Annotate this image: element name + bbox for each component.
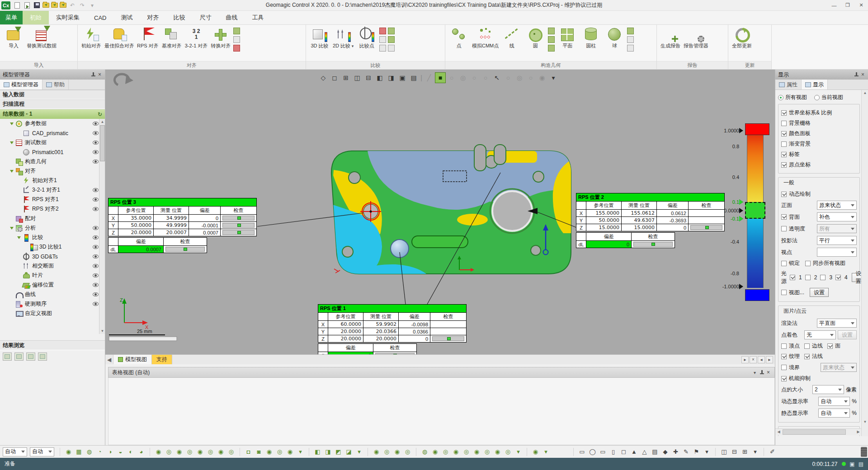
线-button[interactable]: 线 [501,27,522,49]
view-iso-icon[interactable]: ◐ [126,447,136,456]
current-view-radio[interactable] [814,95,820,100]
top-slot-1[interactable] [474,145,486,171]
shape-flag-icon[interactable]: ⚑ [692,447,701,456]
替换测试数据-button[interactable]: 替换测试数据 [27,27,57,49]
torus-shape-icon[interactable] [627,36,634,43]
viewpoint-select[interactable] [817,248,857,257]
shade-mode-3-icon[interactable]: ◉ [175,447,184,456]
颜色面板-checkbox[interactable] [781,131,787,136]
probe-9-icon[interactable]: ◎ [503,447,513,456]
shape-more-icon[interactable]: ▾ [702,447,712,456]
colorbar-arrow[interactable] [739,216,746,221]
split-vertical-icon[interactable]: ⊟ [363,72,374,83]
circle-mode-6-icon[interactable]: ◎ [514,72,525,83]
point-size-select[interactable]: 2 [812,385,844,394]
tree-item-硬测顺序[interactable]: 硬测顺序 [0,299,105,309]
colorbar-arrow[interactable] [739,208,746,213]
shape-rect2-icon[interactable]: ▭ [598,447,608,456]
vertical-scrollbar[interactable]: ▲ ▼ [861,90,868,436]
shade-mode-5-icon[interactable]: ◉ [195,447,205,456]
scroll-right-arrow[interactable]: ▶ [855,429,862,435]
pane-right-icon[interactable]: ◨ [386,72,396,83]
probe-4-icon[interactable]: ◉ [451,447,461,456]
collapse-icon[interactable]: ▾ [754,370,756,375]
maximize-button[interactable]: ❐ [841,0,854,10]
refresh-icon[interactable]: ↻ [98,111,102,118]
tab-scroll-right[interactable]: ▸ [741,356,749,363]
back-select[interactable]: 补色 [817,212,857,221]
pane-left-icon[interactable]: ◧ [374,72,385,83]
tool-d-icon[interactable]: ◎ [403,447,412,456]
clip-2-icon[interactable]: ◨ [323,447,333,456]
visibility-eye-icon[interactable] [93,197,99,202]
probe-6-icon[interactable]: ◉ [472,447,481,456]
panel-tab-帮助[interactable]: 帮助 [42,80,69,89]
cube-select-icon[interactable]: ◻ [329,72,340,83]
报告管理器-button[interactable]: 报告管理器 [684,27,708,49]
misc-2-icon[interactable]: ▾ [541,447,551,456]
polygon-select-icon[interactable]: ◇ [318,72,329,83]
clip-more-icon[interactable]: ▾ [354,447,364,456]
clip-1-icon[interactable]: ◧ [313,447,322,456]
tab-close[interactable]: × [750,356,757,363]
tree-item-RPS 对齐1[interactable]: RPS 对齐1 [0,195,105,204]
probe-3-icon[interactable]: ◎ [441,447,450,456]
preview-pane-icon[interactable] [14,352,24,361]
virtual-edge-icon[interactable] [388,28,395,34]
probe-5-icon[interactable]: ◎ [462,447,471,456]
split-horizontal-icon[interactable]: ◫ [352,72,363,83]
hole-bottom-right[interactable] [531,245,541,255]
view-settings-button[interactable]: 设置 [810,288,829,297]
visibility-eye-icon[interactable] [93,273,99,277]
hole-top-left[interactable] [349,172,360,183]
tab-初始[interactable]: 初始 [23,11,49,24]
undo-icon[interactable]: ↶ [68,2,76,9]
shade-mode-1-icon[interactable]: ◉ [154,447,163,456]
3D 比较-button[interactable]: 3D 比较 [309,27,330,49]
projection-select[interactable]: 平行 [817,236,857,245]
probe-8-icon[interactable]: ◉ [493,447,502,456]
shape-plus-icon[interactable]: ✚ [671,447,680,456]
display-opt-3-icon[interactable]: ◉ [264,447,274,456]
probe-2-icon[interactable]: ◉ [430,447,440,456]
overlay-views-icon[interactable]: ▣ [397,72,408,83]
tab-prev[interactable]: ◂ [758,356,765,363]
tab-next[interactable]: ▸ [766,356,773,363]
基准对齐-button[interactable]: 基准对齐 [161,27,182,49]
edge-checkbox[interactable] [804,343,810,349]
tree-item-对齐[interactable]: 对齐 [0,166,105,176]
bore-large[interactable] [492,191,532,231]
RPS 对齐-button[interactable]: RPS 对齐 [137,27,159,49]
shade-mode-7-icon[interactable]: ◉ [216,447,226,456]
tree-item-构造几何[interactable]: 构造几何 [0,157,105,166]
pick-cursor-icon[interactable]: ↖ [491,72,502,83]
circle-mode-4-icon[interactable]: ○ [480,72,491,83]
tree-item-Prismatic001[interactable]: Prismatic001 [0,147,105,157]
face-checkbox[interactable] [827,343,833,349]
display-opt-5-icon[interactable]: ◉ [285,447,295,456]
gap-flush-icon[interactable] [388,45,395,52]
point-shading-select[interactable]: 无 [804,330,836,339]
tree-item-比较[interactable]: 比较 [0,233,105,242]
multi-view-icon[interactable]: ⊞ [340,72,351,83]
display-opt-4-icon[interactable]: ◎ [275,447,284,456]
rect-shape-icon[interactable] [548,36,555,43]
tree-item-偏移位置[interactable]: 偏移位置 [0,280,105,290]
back-checkbox[interactable] [781,214,787,220]
texture-checkbox[interactable] [781,354,787,359]
view-ellipsis-checkbox[interactable] [781,290,787,295]
measure-2-icon[interactable]: ⊟ [730,447,739,456]
view-back-icon[interactable]: ▦ [74,447,84,456]
tree-item-自定义视图[interactable]: 自定义视图 [0,309,105,318]
measure-3-icon[interactable]: ⊞ [740,447,750,456]
tool-c-icon[interactable]: ◉ [392,447,402,456]
转换对齐-button[interactable]: 转换对齐 [210,27,231,49]
axis-align-icon[interactable] [233,28,240,34]
viewport-3d[interactable]: ◇◻⊞◫⊟◧◨▣▤|╱■○◎○○↖○◎○◉▾ [105,70,775,354]
圆-button[interactable]: 圆 [525,27,546,49]
light-3-checkbox[interactable] [820,275,826,280]
pin-icon[interactable] [90,72,96,77]
clip-4-icon[interactable]: ◪ [344,447,354,456]
result-browse-bar[interactable]: 结果浏览 [0,340,105,350]
open-import-icon[interactable] [24,2,30,9]
